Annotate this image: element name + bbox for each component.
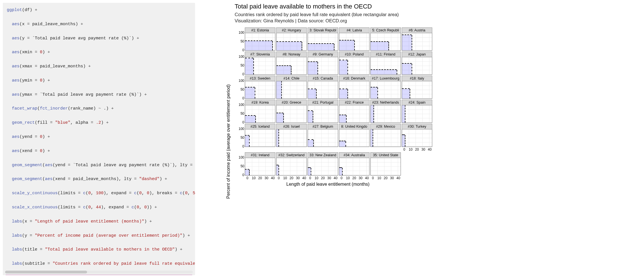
facet: #20: Greece: [276, 100, 307, 123]
facet: #14: Chile: [276, 76, 307, 99]
facet-strip: 3: Slovak Republ: [308, 27, 338, 33]
facet-vline: [283, 113, 284, 122]
facet-strip: #10: Poland: [339, 52, 369, 57]
facet-rect: [308, 111, 313, 123]
facet-rect: [245, 58, 253, 74]
facet: #19: Korea050100: [245, 100, 275, 123]
facet-rect: [371, 105, 373, 123]
facet-hline: [245, 169, 249, 170]
chart-panel: Total paid leave available to mothers in…: [198, 0, 644, 278]
facet: 3: Slovak Republ: [308, 27, 338, 51]
code-line: labs(title = "Total paid leave available…: [6, 246, 192, 253]
facet-vline: [281, 81, 282, 99]
facet-strip: #11: Finland: [370, 52, 401, 57]
facet: 35: United State010203040: [370, 152, 401, 180]
facet-plot: [308, 105, 338, 123]
facet-hline: [276, 41, 302, 42]
facet-plot: [370, 81, 401, 99]
facet-rect: [339, 60, 347, 74]
facet-hline: [339, 40, 354, 40]
facet-hline: [402, 63, 412, 64]
facet: #9: Germany: [308, 52, 338, 75]
facet-rect: [371, 42, 388, 50]
facet-strip: #13: Sweden: [245, 76, 275, 81]
facet: #22: France: [339, 100, 369, 123]
code-line: geom_rect(fill = "blue", alpha = .2) +: [6, 119, 192, 127]
code-line: scale_y_continuous(limits = c(0, 100), e…: [6, 190, 192, 197]
facet-grid: #1: Estonia050100#2: Hungary3: Slovak Re…: [245, 27, 638, 180]
facet-hline: [339, 141, 345, 141]
facet: #1: Estonia050100: [245, 27, 275, 51]
facet-vline: [253, 58, 254, 74]
facet-rect: [276, 165, 278, 175]
facet-hline: [245, 40, 272, 41]
facet-hline: [371, 41, 388, 42]
facet: #10: Poland: [339, 52, 369, 75]
facet-plot: [276, 105, 307, 123]
facet-plot: [245, 158, 275, 176]
code-line: aes(ymax = `Total paid leave avg payment…: [6, 91, 192, 99]
y-axis-label: Percent of income paid (average over ent…: [226, 84, 231, 199]
facet: #2: Hungary: [276, 27, 307, 51]
chart-title: Total paid leave available to mothers in…: [235, 3, 638, 10]
facet-strip: #32: Switzerland: [276, 152, 307, 158]
code-line: labs(x = "Length of paid leave entitleme…: [6, 218, 192, 225]
facet-vline: [311, 168, 311, 175]
facet-rect: [245, 136, 249, 146]
code-line: aes(yend = 0) +: [6, 134, 192, 141]
facet-plot: [370, 105, 401, 123]
facet: #16: Denmark: [339, 76, 369, 99]
facet-strip: #21: Portugal: [308, 100, 338, 105]
code-line: geom_segment(aes(yend = `Total paid leav…: [6, 162, 192, 169]
facet-plot: [402, 105, 432, 123]
facet-vline: [249, 170, 250, 175]
facet-vline: [397, 70, 397, 74]
facet-strip: #23: Netherlands: [370, 100, 401, 105]
facet: #26: Israel: [276, 124, 307, 151]
facet-strip: #20: Greece: [276, 100, 307, 105]
facet-vline: [342, 168, 343, 175]
facet-hline: [308, 167, 311, 168]
x-ticks: 010203040: [276, 176, 307, 180]
code-line: aes(xmax = paid_leave_months) +: [6, 63, 192, 70]
facet-rect: [371, 129, 373, 147]
facet-hline: [402, 35, 412, 35]
facet-strip: 33: New Zealand: [308, 152, 338, 158]
facet-vline: [412, 35, 412, 50]
code-pre: ggplot(df) + aes(x = paid_leave_months) …: [6, 7, 192, 275]
facet-hline: [245, 58, 253, 58]
facet-vline: [334, 44, 334, 50]
x-ticks: 010203040: [402, 147, 432, 151]
facet-plot: [402, 81, 432, 99]
code-line: geom_segment(aes(xend = paid_leave_month…: [6, 176, 192, 183]
code-line: labs(y = "Percent of income paid (averag…: [6, 232, 192, 239]
horizontal-scrollbar-track[interactable]: [5, 271, 193, 273]
facet-strip: #30: Turkey: [402, 124, 432, 129]
facet: #11: Finland: [370, 52, 401, 75]
facet: 5: Czech Republi: [370, 27, 401, 51]
facet-hline: [339, 89, 347, 89]
facet-rect: [371, 87, 377, 98]
x-ticks: 010203040: [245, 176, 275, 180]
facet-plot: [245, 81, 275, 99]
facet: #4: Latvia: [339, 27, 369, 51]
facet-rect: [339, 115, 346, 123]
facet-rect: [339, 89, 347, 98]
x-axis-label: Length of paid leave entitlement (months…: [235, 182, 421, 187]
facet-strip: #9: Germany: [308, 52, 338, 57]
facet-plot: [402, 57, 432, 75]
code-line: labs(subtitle = "Countries rank ordered …: [6, 260, 192, 268]
facet: #34: Australia010203040: [339, 152, 369, 180]
facet-strip: #12: Japan: [402, 52, 432, 57]
facet-plot: [339, 57, 369, 75]
facet: #8: Norway: [276, 52, 307, 75]
code-line: aes(x = paid_leave_months) +: [6, 21, 192, 28]
facet-strip: #6: Austria: [402, 27, 432, 33]
facet-plot: [245, 105, 275, 123]
y-ticks: 050100: [236, 57, 244, 74]
facet-rect: [402, 105, 405, 123]
horizontal-scrollbar-thumb[interactable]: [5, 271, 87, 273]
facet: #21: Portugal: [308, 100, 338, 123]
facet-plot: [308, 81, 338, 99]
y-ticks: 050100: [236, 105, 244, 122]
